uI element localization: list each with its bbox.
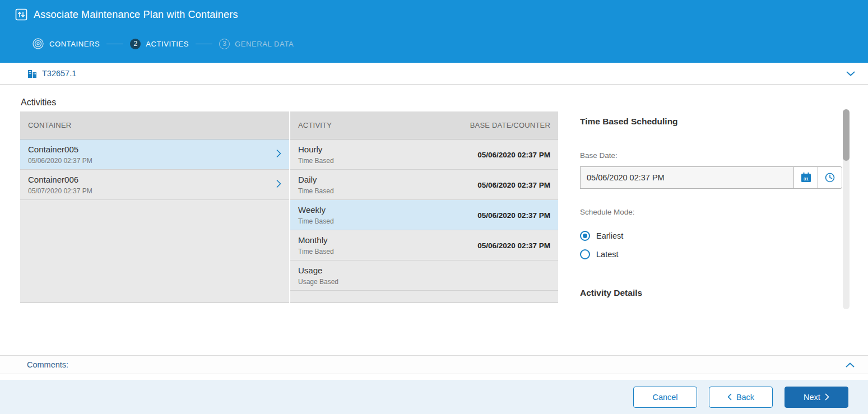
app-header: Associate Maintenance Plan with Containe… bbox=[0, 0, 868, 63]
step-connector bbox=[196, 44, 212, 44]
step-general-data-label: GENERAL DATA bbox=[235, 40, 294, 48]
chevron-right-icon[interactable] bbox=[276, 149, 281, 160]
activity-base-date: 05/06/2020 02:37 PM bbox=[477, 180, 550, 189]
base-date-column-header: BASE DATE/COUNTER bbox=[470, 121, 550, 129]
object-subheader: T32657.1 bbox=[0, 63, 868, 85]
container-column-header: CONTAINER bbox=[28, 121, 71, 129]
scheduling-panel-title: Time Based Scheduling bbox=[580, 117, 842, 127]
step-containers[interactable]: CONTAINERS bbox=[32, 38, 100, 50]
calendar-picker-button[interactable]: 31 bbox=[794, 166, 818, 189]
schedule-mode-earliest-radio[interactable]: Earliest bbox=[580, 231, 842, 241]
container-date: 05/07/2020 02:37 PM bbox=[28, 187, 281, 195]
plan-id: T32657.1 bbox=[42, 69, 76, 78]
container-row[interactable]: Container005 05/06/2020 02:37 PM bbox=[20, 139, 289, 170]
next-button[interactable]: Next bbox=[785, 387, 848, 408]
container-row[interactable]: Container006 05/07/2020 02:37 PM bbox=[20, 170, 289, 200]
activity-details-title: Activity Details bbox=[580, 288, 842, 298]
comments-collapse-chevron-up-icon[interactable] bbox=[846, 362, 855, 368]
base-date-input[interactable]: 05/06/2020 02:37 PM bbox=[580, 166, 794, 189]
svg-text:31: 31 bbox=[804, 176, 809, 182]
comments-bar: Comments: bbox=[0, 355, 868, 374]
base-date-input-group: 05/06/2020 02:37 PM 31 bbox=[580, 166, 842, 189]
container-name: Container005 bbox=[28, 145, 281, 154]
activities-section-title: Activities bbox=[21, 97, 56, 108]
step-2-badge: 2 bbox=[130, 39, 141, 49]
activity-base-date: 05/06/2020 02:37 PM bbox=[477, 211, 550, 219]
chevron-right-icon bbox=[825, 393, 829, 401]
clock-icon bbox=[824, 172, 835, 183]
activity-row[interactable]: Weekly Time Based 05/06/2020 02:37 PM bbox=[290, 200, 558, 230]
activity-name: Usage bbox=[298, 266, 550, 275]
back-button[interactable]: Back bbox=[709, 387, 773, 408]
chevron-right-icon[interactable] bbox=[276, 179, 281, 190]
step-1-icon bbox=[32, 38, 44, 50]
activity-base-date: 05/06/2020 02:37 PM bbox=[477, 241, 550, 249]
step-activities-label: ACTIVITIES bbox=[146, 40, 189, 48]
container-date: 05/06/2020 02:37 PM bbox=[28, 157, 281, 165]
cancel-button[interactable]: Cancel bbox=[633, 387, 697, 408]
step-3-badge: 3 bbox=[219, 39, 230, 49]
step-general-data[interactable]: 3 GENERAL DATA bbox=[219, 39, 294, 49]
calendar-icon: 31 bbox=[800, 172, 812, 183]
title-row: Associate Maintenance Plan with Containe… bbox=[0, 0, 868, 21]
maintenance-plan-icon bbox=[15, 8, 27, 21]
base-date-label: Base Date: bbox=[580, 151, 842, 160]
radio-latest-label: Latest bbox=[596, 250, 619, 259]
scheduling-panel: Time Based Scheduling Base Date: 05/06/2… bbox=[580, 111, 842, 305]
cancel-button-label: Cancel bbox=[652, 393, 677, 402]
step-connector bbox=[106, 44, 123, 44]
radio-earliest-icon[interactable] bbox=[580, 231, 590, 241]
time-picker-button[interactable] bbox=[818, 166, 842, 189]
activity-row[interactable]: Usage Usage Based bbox=[290, 261, 558, 291]
subheader-collapse-chevron-down-icon[interactable] bbox=[846, 71, 855, 76]
vertical-scrollbar[interactable] bbox=[843, 109, 850, 309]
step-containers-label: CONTAINERS bbox=[49, 40, 100, 48]
activity-base-date: 05/06/2020 02:37 PM bbox=[477, 150, 550, 159]
page-title: Associate Maintenance Plan with Containe… bbox=[34, 9, 238, 21]
radio-earliest-label: Earliest bbox=[596, 231, 623, 240]
chevron-left-icon bbox=[727, 393, 732, 401]
activity-type: Usage Based bbox=[298, 278, 550, 286]
schedule-mode-label: Schedule Mode: bbox=[580, 208, 842, 216]
radio-latest-icon[interactable] bbox=[580, 249, 590, 259]
activity-row[interactable]: Hourly Time Based 05/06/2020 02:37 PM bbox=[290, 139, 558, 170]
container-name: Container006 bbox=[28, 175, 281, 184]
scrollbar-thumb[interactable] bbox=[843, 109, 850, 161]
container-table: CONTAINER Container005 05/06/2020 02:37 … bbox=[20, 111, 289, 303]
footer-bar: Cancel Back Next bbox=[0, 380, 868, 414]
containers-icon bbox=[27, 69, 37, 78]
activity-table-header: ACTIVITY BASE DATE/COUNTER bbox=[290, 111, 558, 139]
step-activities[interactable]: 2 ACTIVITIES bbox=[130, 39, 189, 49]
activity-row[interactable]: Monthly Time Based 05/06/2020 02:37 PM bbox=[290, 230, 558, 261]
container-table-header: CONTAINER bbox=[20, 111, 289, 139]
activity-column-header: ACTIVITY bbox=[298, 121, 332, 129]
activity-table: ACTIVITY BASE DATE/COUNTER Hourly Time B… bbox=[290, 111, 558, 303]
comments-label: Comments: bbox=[27, 360, 68, 369]
schedule-mode-latest-radio[interactable]: Latest bbox=[580, 249, 842, 259]
next-button-label: Next bbox=[804, 393, 820, 402]
wizard-steps: CONTAINERS 2 ACTIVITIES 3 GENERAL DATA bbox=[32, 38, 868, 50]
activity-row[interactable]: Daily Time Based 05/06/2020 02:37 PM bbox=[290, 170, 558, 200]
back-button-label: Back bbox=[736, 393, 754, 402]
activities-tables: CONTAINER Container005 05/06/2020 02:37 … bbox=[20, 111, 558, 303]
